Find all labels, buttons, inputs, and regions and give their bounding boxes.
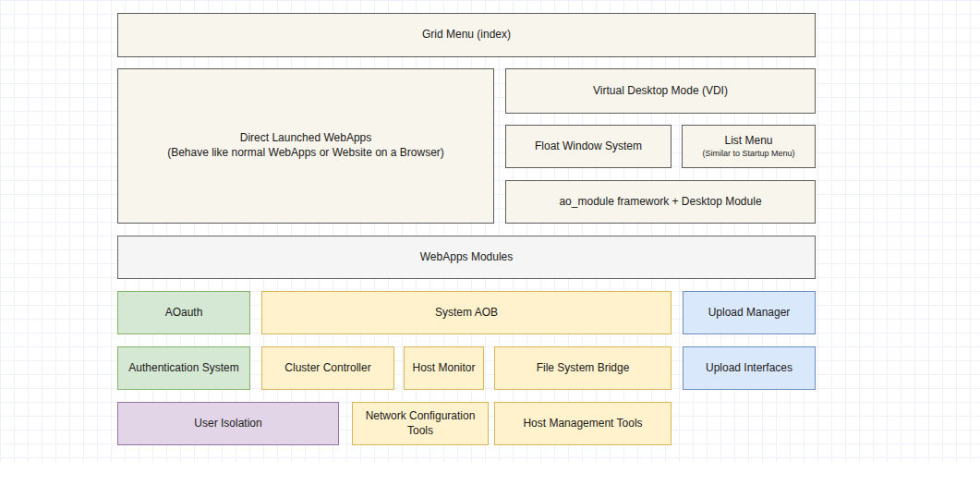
node-user-isolation: User Isolation [117,402,339,445]
node-authentication-system: Authentication System [117,346,250,390]
node-upload-interfaces-label: Upload Interfaces [706,361,792,376]
node-network-configuration-tools: Network Configuration Tools [352,402,489,445]
node-grid-menu-label: Grid Menu (index) [422,28,511,42]
node-direct-launched-webapps-line2: (Behave like normal WebApps or Website o… [167,146,444,161]
node-ao-module-framework-label: ao_module framework + Desktop Module [559,195,761,210]
node-grid-menu: Grid Menu (index) [117,13,816,57]
node-list-menu: List Menu (Similar to Startup Menu) [682,125,816,168]
node-file-system-bridge: File System Bridge [494,346,671,390]
node-webapps-modules-label: WebApps Modules [420,250,514,265]
node-upload-manager: Upload Manager [683,291,816,334]
node-upload-interfaces: Upload Interfaces [683,346,816,390]
node-host-management-tools-label: Host Management Tools [523,417,642,431]
node-cluster-controller: Cluster Controller [261,346,394,390]
node-direct-launched-webapps-line1: Direct Launched WebApps [240,131,372,146]
diagram-canvas: Grid Menu (index) Direct Launched WebApp… [0,0,980,485]
node-user-isolation-label: User Isolation [194,417,261,431]
node-virtual-desktop-mode-label: Virtual Desktop Mode (VDI) [593,84,728,99]
node-list-menu-title: List Menu [724,134,772,149]
node-file-system-bridge-label: File System Bridge [537,361,630,376]
node-list-menu-subtitle: (Similar to Startup Menu) [702,149,794,159]
node-host-monitor: Host Monitor [404,346,484,390]
node-aoauth-label: AOauth [165,306,203,321]
node-network-configuration-tools-label: Network Configuration Tools [358,409,482,438]
node-webapps-modules: WebApps Modules [117,236,816,279]
node-system-aob-label: System AOB [435,306,498,321]
node-ao-module-framework: ao_module framework + Desktop Module [505,180,816,224]
node-direct-launched-webapps: Direct Launched WebApps (Behave like nor… [117,68,494,224]
node-host-monitor-label: Host Monitor [412,361,475,376]
node-system-aob: System AOB [261,291,671,334]
node-virtual-desktop-mode: Virtual Desktop Mode (VDI) [505,68,816,114]
node-float-window-system-label: Float Window System [535,139,642,154]
node-aoauth: AOauth [117,291,250,334]
node-authentication-system-label: Authentication System [128,361,238,376]
node-cluster-controller-label: Cluster Controller [284,361,370,376]
node-float-window-system: Float Window System [505,125,671,168]
node-upload-manager-label: Upload Manager [708,306,791,321]
node-host-management-tools: Host Management Tools [494,402,671,445]
